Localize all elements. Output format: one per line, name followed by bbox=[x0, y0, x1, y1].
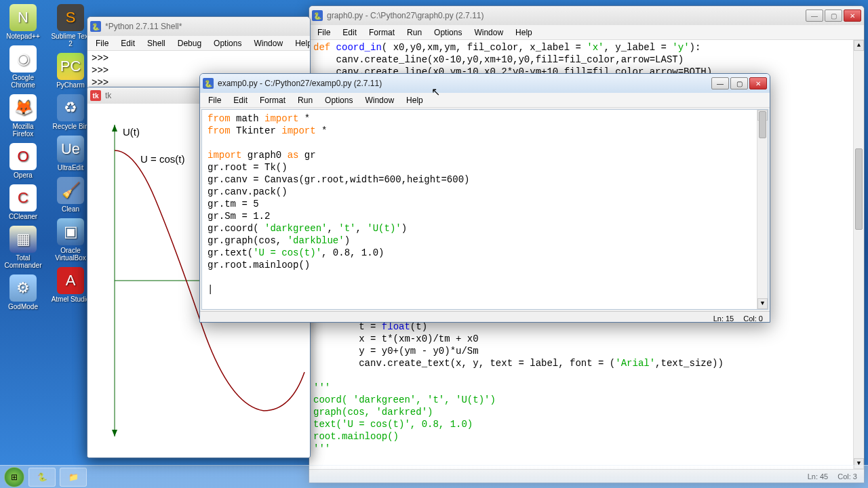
menu-file[interactable]: File bbox=[312, 26, 336, 39]
statusbar-examp0: Ln: 15 Col: 0 bbox=[200, 311, 770, 323]
scroll-up-icon[interactable]: ▲ bbox=[854, 40, 864, 51]
editor-examp0[interactable]: from math import *from Tkinter import *i… bbox=[201, 109, 768, 310]
desktop-icon-opera[interactable]: OOpera bbox=[3, 142, 43, 180]
menu-help[interactable]: Help bbox=[510, 26, 538, 39]
desktop-label: UltraEdit bbox=[58, 164, 83, 171]
clean-icon: 🧹 bbox=[57, 177, 84, 204]
desktop-label: Google Chrome bbox=[3, 74, 43, 89]
desktop-label: Atmel Studio bbox=[52, 296, 90, 303]
python-icon: 🐍 bbox=[203, 78, 214, 89]
desktop-icon-npp[interactable]: NNotepad++ bbox=[3, 3, 43, 41]
cc-icon: C bbox=[9, 184, 37, 211]
axis-y-label: U(t) bbox=[123, 126, 140, 138]
desktop-icon-recycle[interactable]: ♻Recycle Bin bbox=[50, 93, 91, 131]
maximize-button[interactable]: ▢ bbox=[730, 77, 748, 89]
desktop-icon-ue[interactable]: UeUltraEdit bbox=[50, 134, 91, 173]
minimize-button[interactable]: — bbox=[711, 77, 729, 89]
title-shell: *Python 2.7.11 Shell* bbox=[105, 22, 307, 31]
taskbar[interactable]: ⊞ 🐍 📁 bbox=[0, 465, 868, 488]
titlebar-shell[interactable]: 🐍 *Python 2.7.11 Shell* bbox=[87, 17, 310, 36]
menu-shell[interactable]: Shell bbox=[142, 37, 171, 49]
menu-run[interactable]: Run bbox=[292, 94, 318, 106]
menu-file[interactable]: File bbox=[90, 37, 114, 49]
menu-edit[interactable]: Edit bbox=[115, 37, 140, 49]
scrollbar-graph0[interactable]: ▲ ▼ bbox=[853, 40, 864, 469]
desktop-label: Opera bbox=[14, 171, 33, 179]
opera-icon: O bbox=[9, 143, 37, 170]
desktop-label: Clean bbox=[62, 205, 79, 213]
recycle-icon: ♻ bbox=[57, 94, 84, 121]
python-icon: 🐍 bbox=[312, 10, 323, 21]
scroll-down-icon[interactable]: ▼ bbox=[757, 298, 768, 309]
menu-options[interactable]: Options bbox=[208, 37, 247, 49]
close-button[interactable]: ✕ bbox=[844, 9, 861, 22]
desktop-icon-atmel[interactable]: AAtmel Studio bbox=[50, 266, 91, 304]
desktop-label: Sublime Text 2 bbox=[50, 33, 91, 47]
title-graph0: graph0.py - C:\Python27\graph0.py (2.7.1… bbox=[327, 11, 806, 20]
scroll-thumb[interactable] bbox=[855, 148, 863, 230]
desktop-label: PyCharm bbox=[56, 81, 85, 89]
maximize-button[interactable]: ▢ bbox=[825, 9, 842, 22]
desktop-icon-tc[interactable]: ▦Total Commander bbox=[3, 224, 43, 270]
desktop-label: GodMode bbox=[8, 303, 38, 310]
close-button[interactable]: ✕ bbox=[749, 77, 767, 89]
menubar-shell: FileEditShellDebugOptionsWindowHelp bbox=[87, 36, 310, 51]
desktop-label: Recycle Bin bbox=[53, 123, 89, 130]
menu-run[interactable]: Run bbox=[401, 26, 427, 39]
desktop-icon-pych[interactable]: PCPyCharm bbox=[50, 52, 91, 90]
tc-icon: ▦ bbox=[9, 226, 37, 253]
vb-icon: ▣ bbox=[57, 218, 84, 245]
menu-options[interactable]: Options bbox=[319, 94, 358, 106]
desktop-icon-subl[interactable]: SSublime Text 2 bbox=[50, 3, 91, 49]
desktop-label: CCleaner bbox=[9, 213, 37, 220]
atmel-icon: A bbox=[57, 267, 84, 294]
menu-options[interactable]: Options bbox=[429, 26, 467, 39]
god-icon: ⚙ bbox=[9, 274, 37, 302]
desktop-label: Oracle VirtualBox bbox=[50, 247, 91, 262]
subl-icon: S bbox=[57, 4, 84, 31]
menu-help[interactable]: Help bbox=[401, 94, 429, 106]
menu-format[interactable]: Format bbox=[363, 26, 400, 39]
menu-help[interactable]: Help bbox=[290, 37, 311, 49]
menu-edit[interactable]: Edit bbox=[228, 94, 253, 106]
desktop-icon-god[interactable]: ⚙GodMode bbox=[3, 273, 43, 312]
window-examp0[interactable]: 🐍 examp0.py - C:/Python27/examp0.py (2.7… bbox=[199, 73, 770, 323]
menu-window[interactable]: Window bbox=[359, 94, 399, 106]
svg-marker-3 bbox=[112, 125, 117, 131]
plot-annotation: U = cos(t) bbox=[140, 153, 184, 165]
menu-window[interactable]: Window bbox=[248, 37, 288, 49]
ue-icon: Ue bbox=[57, 136, 84, 163]
task-item[interactable]: 📁 bbox=[60, 468, 87, 487]
menu-window[interactable]: Window bbox=[469, 26, 509, 39]
status-col: Col: 0 bbox=[743, 314, 763, 323]
desktop-label: Total Commander bbox=[3, 254, 43, 269]
svg-marker-4 bbox=[112, 430, 117, 436]
npp-icon: N bbox=[9, 4, 37, 31]
chrome-icon: ◉ bbox=[9, 45, 37, 73]
title-examp0: examp0.py - C:/Python27/examp0.py (2.7.1… bbox=[218, 79, 711, 88]
menu-edit[interactable]: Edit bbox=[337, 26, 362, 39]
menu-debug[interactable]: Debug bbox=[172, 37, 207, 49]
titlebar-graph0[interactable]: 🐍 graph0.py - C:\Python27\graph0.py (2.7… bbox=[309, 6, 864, 25]
python-icon: 🐍 bbox=[90, 21, 101, 32]
task-item[interactable]: 🐍 bbox=[28, 468, 56, 487]
scroll-thumb[interactable] bbox=[759, 111, 766, 138]
desktop-label: Mozilla Firefox bbox=[3, 123, 43, 138]
minimize-button[interactable]: — bbox=[806, 9, 823, 22]
desktop-icon-clean[interactable]: 🧹Clean bbox=[50, 176, 91, 214]
desktop-icon-vb[interactable]: ▣Oracle VirtualBox bbox=[50, 217, 91, 263]
menu-file[interactable]: File bbox=[203, 94, 226, 106]
titlebar-examp0[interactable]: 🐍 examp0.py - C:/Python27/examp0.py (2.7… bbox=[200, 74, 770, 93]
menubar-graph0: FileEditFormatRunOptionsWindowHelp bbox=[309, 25, 864, 40]
desktop-icon-chrome[interactable]: ◉Google Chrome bbox=[3, 44, 43, 90]
menubar-examp0: FileEditFormatRunOptionsWindowHelp bbox=[200, 93, 770, 108]
start-button[interactable]: ⊞ bbox=[4, 467, 24, 487]
pych-icon: PC bbox=[57, 53, 84, 80]
menu-format[interactable]: Format bbox=[254, 94, 291, 106]
scrollbar-examp0[interactable]: ▲ ▼ bbox=[757, 110, 768, 309]
status-ln: Ln: 15 bbox=[713, 314, 734, 323]
desktop-icon-ff[interactable]: 🦊Mozilla Firefox bbox=[3, 93, 43, 139]
desktop-label: Notepad++ bbox=[6, 33, 40, 40]
desktop-icon-cc[interactable]: CCCleaner bbox=[3, 183, 43, 222]
ff-icon: 🦊 bbox=[9, 94, 37, 121]
